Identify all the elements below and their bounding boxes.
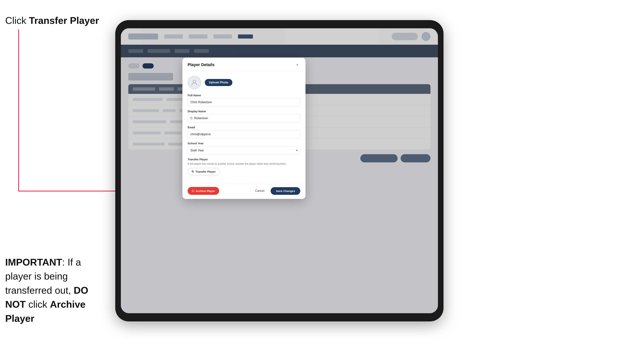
full-name-label: Full Name: [188, 94, 300, 97]
school-year-select-wrapper: First Year Second Year Third Year Fourth…: [188, 146, 300, 154]
avatar-circle: [188, 76, 201, 89]
transfer-player-label: Transfer Player: [188, 158, 300, 161]
display-name-input[interactable]: [188, 114, 300, 122]
svg-point-0: [193, 80, 196, 83]
modal-title: Player Details: [188, 62, 214, 67]
modal-body: Upload Photo Full Name Display Name: [182, 71, 306, 184]
app-background: Player Details ×: [121, 28, 438, 313]
save-changes-button[interactable]: Save Changes: [270, 187, 300, 195]
tablet-device: Player Details ×: [115, 20, 444, 322]
display-name-label: Display Name: [188, 110, 300, 113]
full-name-input[interactable]: [188, 98, 300, 106]
email-field-group: Email: [188, 126, 300, 138]
school-year-select[interactable]: First Year Second Year Third Year Fourth…: [188, 146, 300, 154]
display-name-field-group: Display Name: [188, 110, 300, 122]
archive-icon: ⬡: [192, 189, 194, 192]
transfer-button-label: Transfer Player: [196, 170, 216, 173]
email-label: Email: [188, 126, 300, 129]
cancel-button[interactable]: Cancel: [252, 187, 268, 194]
avatar-upload-row: Upload Photo: [188, 76, 300, 89]
transfer-player-button[interactable]: ↻ Transfer Player: [188, 168, 220, 175]
player-details-modal: Player Details ×: [182, 58, 306, 199]
transfer-icon: ↻: [192, 170, 194, 173]
archive-player-button[interactable]: ⬡ Archive Player: [188, 187, 219, 195]
email-input[interactable]: [188, 130, 300, 138]
instruction-bottom: IMPORTANT: If a player is being transfer…: [5, 255, 106, 326]
transfer-player-description: If this player has moved to another scho…: [188, 162, 300, 166]
tablet-screen: Player Details ×: [121, 28, 438, 313]
transfer-player-section: Transfer Player If this player has moved…: [188, 158, 300, 175]
school-year-field-group: School Year First Year Second Year Third…: [188, 142, 300, 154]
modal-header: Player Details ×: [182, 58, 306, 71]
modal-footer: ⬡ Archive Player Cancel Save Changes: [182, 184, 306, 199]
modal-close-button[interactable]: ×: [294, 62, 300, 68]
instruction-top: Click Transfer Player: [5, 15, 99, 26]
school-year-label: School Year: [188, 142, 300, 145]
arrow-vertical-line: [18, 29, 19, 191]
modal-overlay: Player Details ×: [121, 28, 438, 313]
upload-photo-button[interactable]: Upload Photo: [205, 79, 232, 86]
full-name-field-group: Full Name: [188, 94, 300, 106]
avatar-person-icon: [191, 79, 198, 86]
archive-button-label: Archive Player: [196, 189, 215, 192]
